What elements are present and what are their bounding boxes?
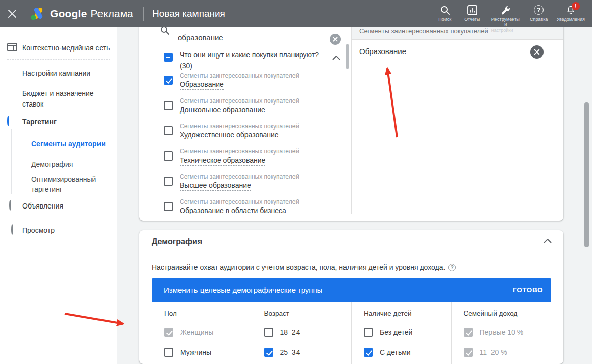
option-label: Мужчины bbox=[180, 348, 211, 356]
sidebar-divider bbox=[7, 59, 110, 60]
checkbox-unchecked[interactable] bbox=[164, 202, 173, 211]
checkbox-unchecked[interactable] bbox=[164, 101, 173, 110]
segment-label-link[interactable]: Образование в области бизнеса bbox=[180, 206, 286, 214]
group-title: Что они ищут и какие покупки планируют? bbox=[180, 50, 319, 59]
nav-label: Поиск bbox=[438, 17, 451, 22]
group-checkbox-indeterminate[interactable] bbox=[164, 53, 173, 62]
checkbox-checked-disabled bbox=[464, 328, 473, 337]
sidebar-item-display-network[interactable]: Контекстно-медийная сеть bbox=[22, 44, 110, 53]
option-row: 11–20 % bbox=[464, 348, 551, 357]
segment-list-item[interactable]: Сегменты заинтересованных покупателей Об… bbox=[139, 71, 352, 96]
step-pending-icon bbox=[9, 200, 11, 211]
sidebar-step-targeting[interactable]: Таргетинг bbox=[22, 118, 57, 126]
segment-category-label: Сегменты заинтересованных покупателей bbox=[180, 173, 299, 180]
brand-wordmark: Google Реклама bbox=[50, 0, 133, 27]
segment-label-link[interactable]: Художественное образование bbox=[180, 131, 279, 140]
google-ads-logo bbox=[30, 7, 46, 21]
collapse-chevron-icon[interactable] bbox=[332, 56, 340, 60]
segment-group-row[interactable]: Что они ищут и какие покупки планируют? … bbox=[139, 45, 352, 71]
help-icon[interactable]: ? bbox=[448, 264, 456, 271]
option-label: 18–24 bbox=[280, 328, 300, 336]
nav-tools-overflow-label: настройки bbox=[488, 28, 516, 33]
segment-list-item[interactable]: Сегменты заинтересованных покупателей До… bbox=[139, 96, 352, 121]
option-label: Первые 10 % bbox=[480, 328, 524, 336]
edit-demographics-bar: Изменить целевые демографические группы … bbox=[152, 278, 551, 302]
collapse-chevron-icon[interactable] bbox=[544, 239, 552, 243]
selected-segment-label-link[interactable]: Образование bbox=[359, 47, 406, 57]
segment-list-item[interactable]: Сегменты заинтересованных покупателей Те… bbox=[139, 146, 352, 172]
option-label: Без детей bbox=[380, 328, 412, 336]
checkbox-checked-disabled bbox=[464, 348, 473, 357]
option-row[interactable]: Мужчины bbox=[164, 348, 252, 357]
sidebar-subitem-optimized-targeting[interactable]: Оптимизированный таргетинг bbox=[31, 174, 110, 194]
close-icon[interactable] bbox=[8, 9, 17, 18]
nav-label: Отчеты bbox=[464, 17, 480, 22]
checkbox-unchecked[interactable] bbox=[164, 126, 173, 135]
option-row[interactable]: 25–34 bbox=[264, 348, 352, 357]
nav-reports[interactable]: Отчеты bbox=[459, 0, 486, 22]
nav-help[interactable]: ? Справка bbox=[525, 0, 553, 22]
demographics-title: Демография bbox=[152, 237, 202, 246]
option-row[interactable]: 18–24 bbox=[264, 328, 352, 337]
segment-label-link[interactable]: Техническое образование bbox=[180, 156, 265, 166]
segment-list-item[interactable]: Сегменты заинтересованных покупателей Вы… bbox=[139, 172, 352, 197]
option-row[interactable]: С детьми bbox=[364, 348, 451, 357]
checkbox-unchecked[interactable] bbox=[164, 177, 173, 186]
segment-list-scrollbar[interactable] bbox=[346, 44, 349, 69]
sidebar-step-ads[interactable]: Объявления bbox=[22, 202, 63, 211]
segment-category-label: Сегменты заинтересованных покупателей bbox=[180, 148, 299, 155]
demographics-card: Демография Настраивайте охват аудитории … bbox=[139, 230, 563, 364]
sidebar-subitem-audience-segments[interactable]: Сегменты аудитории bbox=[31, 139, 106, 149]
segment-category-label: Сегменты заинтересованных покупателей bbox=[180, 198, 299, 205]
age-column: Возраст 18–24 25–34 bbox=[252, 302, 352, 364]
segment-search-input[interactable] bbox=[178, 31, 319, 43]
sidebar-step-budget-bidding[interactable]: Бюджет и назначение ставок bbox=[22, 88, 106, 110]
checkbox-unchecked[interactable] bbox=[164, 348, 173, 357]
clear-search-button[interactable] bbox=[330, 34, 341, 45]
audience-segments-card: Что они ищут и какие покупки планируют? … bbox=[139, 10, 563, 221]
sidebar-step-review[interactable]: Просмотр bbox=[22, 226, 55, 235]
segment-label-link[interactable]: Образование bbox=[180, 80, 224, 90]
nav-label: Уведомления bbox=[557, 17, 585, 22]
checkbox-unchecked[interactable] bbox=[264, 328, 273, 337]
sidebar-step-campaign-settings[interactable]: Настройки кампании bbox=[22, 69, 90, 78]
checkbox-checked[interactable] bbox=[264, 348, 273, 357]
step-connector-line bbox=[11, 129, 12, 194]
nav-search[interactable]: Поиск bbox=[431, 0, 459, 22]
remove-segment-button[interactable] bbox=[530, 45, 544, 59]
demographics-table: Пол Женщины Мужчины Возраст 18–24 bbox=[152, 302, 551, 364]
nav-notifications[interactable]: ! Уведомления bbox=[553, 0, 589, 22]
segment-category-label: Сегменты заинтересованных покупателей bbox=[180, 72, 299, 79]
segment-label-link[interactable]: Высшее образование bbox=[180, 181, 251, 191]
page-scrollbar[interactable] bbox=[584, 102, 589, 247]
display-network-icon bbox=[7, 43, 17, 51]
segment-category-label: Сегменты заинтересованных покупателей bbox=[180, 97, 299, 105]
parental-status-column: Наличие детей Без детей С детьми bbox=[351, 302, 451, 364]
search-icon bbox=[440, 5, 450, 15]
group-count: (30) bbox=[180, 62, 192, 70]
nav-tools[interactable]: Инструменты и bbox=[486, 0, 525, 27]
step-current-icon bbox=[7, 116, 9, 126]
checkbox-checked[interactable] bbox=[364, 348, 373, 357]
done-button[interactable]: ГОТОВО bbox=[513, 286, 551, 294]
brand-google: Google bbox=[50, 8, 87, 20]
option-row[interactable]: Без детей bbox=[364, 328, 451, 337]
checkbox-unchecked[interactable] bbox=[164, 151, 173, 161]
demographics-header[interactable]: Демография bbox=[139, 230, 563, 253]
option-row: Женщины bbox=[164, 328, 252, 337]
brand-product: Реклама bbox=[91, 8, 133, 20]
checkbox-checked[interactable] bbox=[164, 76, 173, 85]
top-app-bar: Google Реклама Новая кампания Поиск bbox=[0, 0, 592, 27]
segment-browser-panel: Что они ищут и какие покупки планируют? … bbox=[139, 10, 352, 214]
header-nav: Поиск Отчеты bbox=[431, 0, 589, 27]
segment-list-item[interactable]: Сегменты заинтересованных покупателей Об… bbox=[139, 197, 352, 214]
sidebar-subitem-demographics[interactable]: Демография bbox=[31, 159, 73, 169]
household-income-column: Семейный доход Первые 10 % 11–20 % bbox=[451, 302, 551, 364]
segment-label-link[interactable]: Дошкольное образование bbox=[180, 106, 265, 115]
column-header: Наличие детей bbox=[364, 309, 451, 317]
segment-list-item[interactable]: Сегменты заинтересованных покупателей Ху… bbox=[139, 121, 352, 146]
column-header: Пол bbox=[164, 309, 252, 317]
google-ads-new-campaign-page: Что они ищут и какие покупки планируют? … bbox=[0, 0, 592, 364]
checkbox-unchecked[interactable] bbox=[364, 328, 373, 337]
nav-label: Инструменты и bbox=[490, 17, 521, 27]
